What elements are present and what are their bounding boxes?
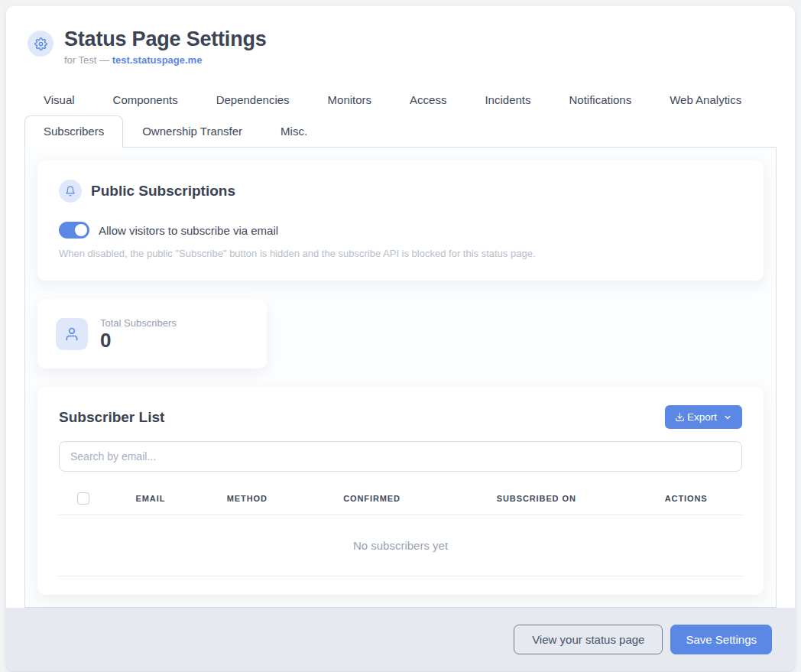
export-button[interactable]: Export — [665, 405, 742, 429]
tab-ownership-transfer[interactable]: Ownership Transfer — [123, 115, 261, 147]
tab-notifications[interactable]: Notifications — [550, 84, 651, 115]
total-subscribers-label: Total Subscribers — [100, 317, 177, 329]
page-header: Status Page Settings for Test — test.sta… — [6, 6, 795, 66]
column-subscribed-on: Subscribed On — [443, 482, 630, 515]
total-subscribers-text: Total Subscribers 0 — [100, 317, 177, 350]
search-input[interactable] — [59, 441, 742, 472]
tab-monitors[interactable]: Monitors — [309, 84, 391, 115]
total-subscribers-value: 0 — [100, 330, 177, 350]
settings-page-card: Status Page Settings for Test — test.sta… — [6, 6, 795, 671]
allow-subscribe-toggle[interactable] — [59, 222, 89, 239]
select-all-checkbox[interactable] — [77, 492, 89, 505]
public-subscriptions-card: Public Subscriptions Allow visitors to s… — [37, 160, 764, 281]
user-icon — [56, 318, 88, 350]
subscribe-toggle-row: Allow visitors to subscribe via email — [59, 222, 742, 239]
allow-subscribe-label: Allow visitors to subscribe via email — [99, 224, 278, 237]
subscriber-table-header-row: Email Method Confirmed Subscribed On Act… — [59, 482, 742, 515]
tab-incidents[interactable]: Incidents — [465, 84, 550, 115]
public-subscriptions-header: Public Subscriptions — [59, 180, 742, 203]
column-confirmed: Confirmed — [301, 482, 443, 515]
tabs-row-1: Visual Components Dependencies Monitors … — [24, 84, 777, 115]
gear-icon — [28, 31, 54, 57]
column-method: Method — [193, 482, 301, 515]
download-icon — [675, 412, 685, 422]
page-title: Status Page Settings — [64, 28, 267, 51]
settings-tabs: Visual Components Dependencies Monitors … — [24, 84, 777, 147]
subscriber-list-header: Subscriber List Export — [59, 405, 742, 429]
save-settings-button[interactable]: Save Settings — [670, 625, 772, 654]
page-footer: View your status page Save Settings — [6, 608, 795, 671]
total-subscribers-card: Total Subscribers 0 — [37, 299, 267, 368]
page-subtitle: for Test — test.statuspage.me — [64, 54, 267, 66]
view-status-page-button[interactable]: View your status page — [514, 625, 663, 654]
empty-state-text: No subscribers yet — [59, 515, 742, 576]
subscriber-list-title: Subscriber List — [59, 409, 164, 426]
page-header-text: Status Page Settings for Test — test.sta… — [64, 28, 267, 66]
subscriber-table: Email Method Confirmed Subscribed On Act… — [59, 482, 742, 576]
empty-state-row: No subscribers yet — [59, 515, 742, 576]
public-subscriptions-title: Public Subscriptions — [91, 183, 235, 200]
bell-icon — [59, 180, 82, 203]
status-page-link[interactable]: test.statuspage.me — [112, 54, 203, 66]
tab-components[interactable]: Components — [94, 84, 197, 115]
export-button-label: Export — [687, 411, 717, 423]
chevron-down-icon — [723, 413, 732, 422]
tab-web-analytics[interactable]: Web Analytics — [650, 84, 760, 115]
subscribers-tab-panel: Public Subscriptions Allow visitors to s… — [24, 147, 777, 608]
tab-dependencies[interactable]: Dependencies — [197, 84, 309, 115]
tab-subscribers[interactable]: Subscribers — [24, 115, 123, 148]
subscriber-list-card: Subscriber List Export — [37, 387, 764, 595]
subtitle-prefix: for Test — — [64, 54, 112, 66]
tabs-row-2: Subscribers Ownership Transfer Misc. — [24, 115, 777, 147]
subscribe-helper-text: When disabled, the public "Subscribe" bu… — [59, 248, 742, 259]
column-email: Email — [108, 482, 193, 515]
column-actions: Actions — [630, 482, 742, 515]
tab-misc[interactable]: Misc. — [261, 115, 326, 147]
select-all-cell — [59, 482, 108, 515]
tab-access[interactable]: Access — [391, 84, 465, 115]
tab-visual[interactable]: Visual — [24, 84, 94, 115]
